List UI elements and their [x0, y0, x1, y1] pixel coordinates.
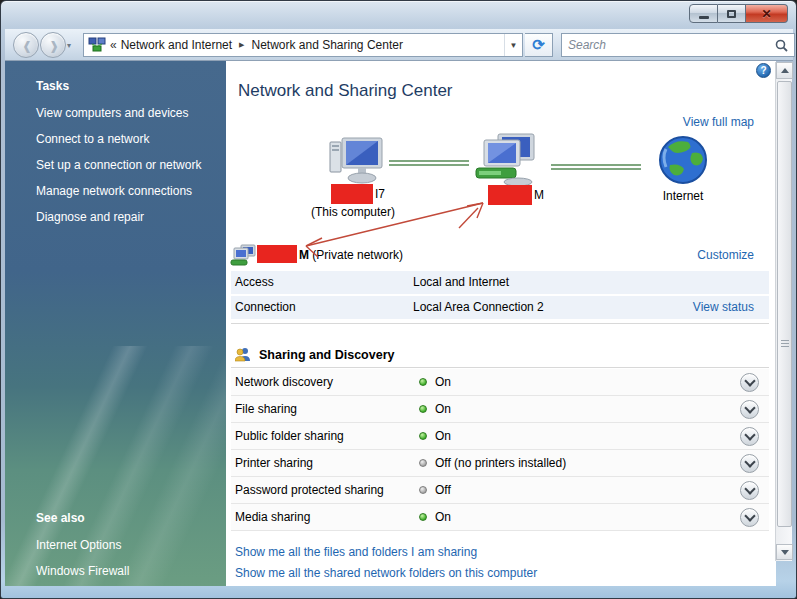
status-dot — [419, 513, 427, 521]
help-button[interactable]: ? — [756, 63, 771, 78]
scroll-up-icon — [781, 68, 789, 73]
connection-row: Connection Local Area Connection 2 View … — [231, 296, 769, 319]
redaction-computer-name — [331, 184, 373, 204]
status-text: Off (no printers installed) — [435, 456, 566, 470]
this-computer-sublabel: (This computer) — [298, 205, 408, 219]
map-link-network-internet — [551, 164, 641, 170]
expand-public-folder-sharing-button[interactable] — [740, 427, 759, 446]
forward-button[interactable]: ❱ — [40, 32, 66, 58]
network-name-suffix: M — [534, 188, 544, 202]
sidebar-item-view-computers[interactable]: View computers and devices — [36, 106, 201, 120]
sidebar-item-internet-options[interactable]: Internet Options — [36, 538, 129, 552]
show-shared-folders-link[interactable]: Show me all the shared network folders o… — [235, 566, 537, 580]
row-label: Password protected sharing — [235, 483, 384, 497]
help-icon: ? — [760, 65, 766, 76]
minimize-button[interactable] — [689, 4, 718, 23]
section-divider — [231, 323, 769, 324]
row-printer-sharing: Printer sharing Off (no printers install… — [231, 450, 769, 477]
row-label: Public folder sharing — [235, 429, 344, 443]
expand-file-sharing-button[interactable] — [740, 400, 759, 419]
scroll-up-button[interactable] — [776, 62, 793, 79]
expand-media-sharing-button[interactable] — [740, 508, 759, 527]
network-map-icon — [88, 37, 106, 53]
redaction-private-network-name — [257, 245, 297, 263]
row-network-discovery: Network discovery On — [231, 369, 769, 396]
address-dropdown-icon[interactable]: ▼ — [504, 34, 522, 56]
sidebar-item-manage-connections[interactable]: Manage network connections — [36, 184, 201, 198]
this-computer-icon — [326, 136, 388, 186]
status-dot — [419, 486, 427, 494]
row-password-protected-sharing: Password protected sharing Off — [231, 477, 769, 504]
status-text: On — [435, 375, 451, 389]
redaction-network-name — [488, 185, 532, 205]
internet-globe-icon — [658, 135, 708, 185]
vertical-scrollbar[interactable] — [775, 62, 792, 561]
network-computers-icon — [472, 132, 538, 188]
navigation-toolbar: ❰ ❱ ▾ « Network and Internet ▶ Network a… — [5, 29, 793, 61]
close-button[interactable]: ✕ — [746, 4, 788, 23]
sidebar-item-windows-firewall[interactable]: Windows Firewall — [36, 564, 129, 578]
sharing-discovery-icon — [235, 347, 251, 362]
sharing-discovery-header: Sharing and Discovery — [259, 348, 394, 362]
status-dot — [419, 378, 427, 386]
footer-links: Show me all the files and folders I am s… — [235, 545, 537, 587]
row-file-sharing: File sharing On — [231, 396, 769, 423]
private-network-name: M — [299, 248, 309, 262]
refresh-button[interactable]: ⟳ — [525, 33, 553, 57]
row-label: Printer sharing — [235, 456, 313, 470]
page-title: Network and Sharing Center — [238, 81, 453, 101]
private-network-label: M (Private network) — [299, 248, 403, 262]
customize-link[interactable]: Customize — [697, 248, 754, 262]
row-media-sharing: Media sharing On — [231, 504, 769, 531]
view-status-link[interactable]: View status — [693, 300, 754, 314]
maximize-icon — [727, 10, 736, 18]
expand-printer-sharing-button[interactable] — [740, 454, 759, 473]
address-bar[interactable]: « Network and Internet ▶ Network and Sha… — [83, 33, 523, 57]
see-also-section: See also Internet Options Windows Firewa… — [36, 511, 129, 586]
map-link-computer-network — [389, 160, 469, 166]
connection-label: Connection — [235, 300, 296, 314]
scrollbar-thumb[interactable] — [777, 81, 792, 527]
recent-pages-dropdown[interactable]: ▾ — [67, 41, 71, 50]
breadcrumb-item-network-and-internet[interactable]: Network and Internet — [121, 38, 232, 52]
breadcrumb-separator-icon[interactable]: ▶ — [239, 41, 244, 49]
content-pane: ? Network and Sharing Center View full m… — [226, 61, 776, 586]
explorer-window: ✕ ❰ ❱ ▾ « Network and Internet ▶ Network… — [0, 0, 797, 599]
row-label: Network discovery — [235, 375, 333, 389]
status-dot — [419, 459, 427, 467]
title-bar[interactable]: ✕ — [1, 1, 796, 29]
expand-network-discovery-button[interactable] — [740, 373, 759, 392]
tasks-section: Tasks View computers and devices Connect… — [36, 79, 201, 236]
back-button[interactable]: ❰ — [13, 32, 39, 58]
back-icon: ❰ — [22, 39, 32, 53]
search-icon[interactable] — [775, 39, 788, 52]
tasks-header: Tasks — [36, 79, 201, 93]
breadcrumb-overflow-icon[interactable]: « — [110, 38, 117, 52]
breadcrumb-item-network-sharing-center[interactable]: Network and Sharing Center — [251, 38, 402, 52]
sidebar-item-setup-connection[interactable]: Set up a connection or network — [36, 158, 201, 172]
scroll-down-button[interactable] — [776, 544, 793, 560]
computer-name-suffix: I7 — [375, 187, 385, 201]
search-box — [561, 33, 795, 57]
see-also-header: See also — [36, 511, 129, 525]
minimize-icon — [699, 16, 709, 19]
sharing-header-divider — [231, 367, 769, 368]
sidebar-item-connect-network[interactable]: Connect to a network — [36, 132, 201, 146]
access-row: Access Local and Internet — [231, 271, 769, 294]
maximize-button[interactable] — [718, 4, 746, 23]
sidebar-item-diagnose-repair[interactable]: Diagnose and repair — [36, 210, 201, 224]
access-label: Access — [235, 275, 274, 289]
row-public-folder-sharing: Public folder sharing On — [231, 423, 769, 450]
access-value: Local and Internet — [413, 275, 509, 289]
search-input[interactable] — [562, 38, 775, 52]
expand-password-protected-sharing-button[interactable] — [740, 481, 759, 500]
window-controls: ✕ — [689, 4, 788, 23]
row-label: File sharing — [235, 402, 297, 416]
status-dot — [419, 432, 427, 440]
status-text: On — [435, 402, 451, 416]
private-network-icon — [230, 244, 257, 267]
view-full-map-link[interactable]: View full map — [683, 115, 754, 129]
forward-icon: ❱ — [49, 39, 59, 53]
show-shared-files-link[interactable]: Show me all the files and folders I am s… — [235, 545, 537, 559]
internet-label: Internet — [654, 189, 712, 203]
